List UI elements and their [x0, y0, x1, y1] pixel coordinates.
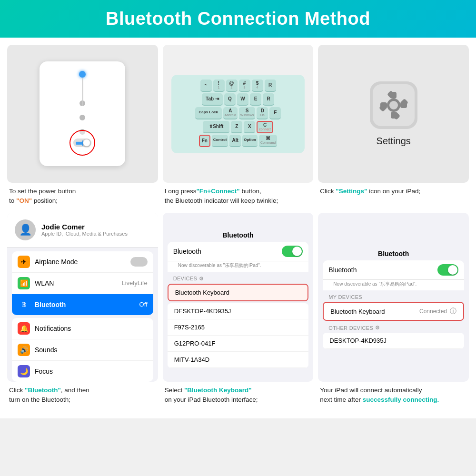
key-e: E: [250, 93, 261, 106]
bt-keyboard-device[interactable]: Bluetooth Keyboard: [169, 285, 308, 300]
key-r2: R: [263, 93, 274, 106]
top-image-row: ➡ ~ !1 @2 #3 $4 R: [7, 45, 469, 183]
key-capslock: Caps Lock: [195, 107, 222, 119]
bt-device-2[interactable]: F97S-2165: [168, 319, 309, 336]
key-d: DiOS: [257, 107, 268, 119]
ios-wlan-value: LivelyLife: [121, 279, 147, 287]
step3-desc: Click "Settings" icon on your iPad;: [318, 187, 469, 206]
power-switch: ➡: [73, 139, 91, 147]
step2-fn: "Fn+Connect": [196, 188, 239, 195]
ios-user-sub: Apple ID, iCloud, Media & Purchases: [41, 231, 128, 237]
notifications-icon: 🔔: [18, 322, 30, 335]
bottom-image-row: 👤 Jodie Comer Apple ID, iCloud, Media & …: [7, 213, 469, 382]
key-a: AAndroid: [223, 107, 238, 119]
bt-connected-other-1[interactable]: DESKTOP-4KD935J: [323, 333, 464, 349]
info-icon: ⓘ: [450, 307, 456, 316]
bt-device-4[interactable]: MITV-1A34D: [168, 352, 309, 368]
bt-connected-panel: Bluetooth Bluetooth Now discoverable as …: [318, 213, 469, 382]
bt-other-device-list: DESKTOP-4KD935J: [323, 333, 464, 349]
kb-row-2: Tab ⇥ Q W E R: [176, 93, 300, 106]
ios-more-items: 🔔 Notifications 🔊 Sounds 🌙 Focus: [12, 318, 153, 382]
bt-connected-toggle-label: Bluetooth: [328, 266, 437, 274]
step5-text1: Select: [165, 387, 184, 394]
bt-header-1: Bluetooth: [163, 227, 314, 242]
key-z: Z: [231, 121, 242, 133]
key-option: Option: [242, 135, 258, 147]
ios-wlan-item[interactable]: 📶 WLAN LivelyLife: [12, 273, 153, 294]
key-3: #3: [239, 79, 250, 92]
ios-airplane-label: Airplane Mode: [35, 258, 130, 266]
bt-connected-toggle-on[interactable]: [437, 264, 458, 276]
bt-connected-discoverable: Now discoverable as "乐享易购的iPad".: [323, 280, 464, 290]
key-alt: Alt: [229, 135, 241, 147]
ios-menu-group-1: ✈ Airplane Mode 📶 WLAN LivelyLife 𝔹 Blue…: [12, 251, 153, 315]
key-1: !1: [213, 79, 225, 92]
airplane-icon: ✈: [18, 256, 30, 268]
power-btn-area: ➡: [69, 130, 95, 156]
bt-device-3[interactable]: G12PRO-041F: [168, 336, 309, 352]
ios-airplane-item[interactable]: ✈ Airplane Mode: [12, 251, 153, 273]
power-btn-circle: ➡: [69, 130, 95, 156]
step1-on: "ON": [16, 197, 32, 204]
key-control: Control: [212, 135, 228, 147]
desc-row-2: Click "Bluetooth", and thenturn on the B…: [7, 386, 469, 405]
bt-discoverable: Now discoverable as "乐享易购的iPad".: [168, 261, 309, 272]
page-title: Bluetooth Connection Method: [10, 9, 466, 29]
page-header: Bluetooth Connection Method: [0, 0, 476, 38]
bt-keyboard-highlighted: Bluetooth Keyboard: [168, 284, 309, 301]
settings-label: Settings: [377, 136, 411, 147]
key-tilde: ~: [200, 79, 212, 92]
bt-header-2: Bluetooth: [318, 245, 469, 260]
step3-settings: "Settings": [336, 188, 367, 195]
keyboard-panel: ~ !1 @2 #3 $4 R Tab ⇥ Q W E R: [163, 45, 314, 183]
led-gray-2: [79, 115, 85, 120]
step1-text2: position;: [32, 197, 58, 204]
ios-sounds-item[interactable]: 🔊 Sounds: [12, 339, 153, 361]
step5-text2: on your iPad Bluetooth interface;: [165, 396, 258, 403]
desc-row-1: To set the power buttonto "ON" position;…: [7, 187, 469, 206]
settings-panel: Settings: [318, 45, 469, 183]
key-2: @2: [226, 79, 238, 92]
step1-desc: To set the power buttonto "ON" position;: [7, 187, 158, 206]
bt-my-devices-label: MY DEVICES: [318, 290, 469, 302]
key-4: $4: [252, 79, 263, 92]
step4-bluetooth: "Bluetooth": [25, 387, 61, 394]
keyboard-visual: ~ !1 @2 #3 $4 R Tab ⇥ Q W E R: [171, 75, 305, 153]
bt-toggle-row: Bluetooth: [168, 242, 309, 261]
led-line: [82, 78, 83, 106]
airplane-toggle[interactable]: [130, 257, 148, 267]
ios-focus-label: Focus: [35, 367, 148, 375]
bt-connected-toggle-row: Bluetooth: [323, 260, 464, 280]
step6-success: successfully connecting.: [363, 396, 439, 403]
key-s: SWindows: [239, 107, 255, 119]
key-w: W: [237, 93, 248, 106]
key-x: X: [244, 121, 255, 133]
key-fn: Fn: [199, 135, 210, 147]
step3-text2: icon on your iPad;: [367, 188, 420, 195]
settings-icon: [370, 81, 417, 129]
key-connect: C connect: [257, 121, 273, 133]
ios-profile: 👤 Jodie Comer Apple ID, iCloud, Media & …: [7, 213, 158, 248]
ios-focus-item[interactable]: 🌙 Focus: [12, 361, 153, 382]
focus-icon: 🌙: [18, 365, 30, 377]
kb-row-1: ~ !1 @2 #3 $4 R: [176, 79, 300, 92]
key-r: R: [265, 79, 276, 92]
bt-toggle-on[interactable]: [282, 246, 303, 257]
ios-bluetooth-label: Bluetooth: [35, 301, 139, 308]
ios-bluetooth-item[interactable]: 𝔹 Bluetooth Off: [12, 294, 153, 315]
step4-desc: Click "Bluetooth", and thenturn on the B…: [7, 386, 158, 405]
led-blue: [79, 71, 86, 78]
ios-settings-panel: 👤 Jodie Comer Apple ID, iCloud, Media & …: [7, 213, 158, 382]
step3-text1: Click: [320, 188, 336, 195]
ios-user-name: Jodie Comer: [41, 223, 128, 231]
step2-text1: Long press: [165, 188, 197, 195]
step2-desc: Long press"Fn+Connect" button,the Blueto…: [163, 187, 314, 206]
bt-connected-keyboard-label: Bluetooth Keyboard: [330, 308, 419, 315]
bt-device-1[interactable]: DESKTOP-4KD935J: [168, 303, 309, 319]
step5-keyboard: "Bluetooth Keyboard": [184, 387, 252, 394]
ios-wlan-label: WLAN: [35, 279, 121, 287]
ios-bluetooth-value: Off: [139, 301, 148, 308]
ios-notifications-item[interactable]: 🔔 Notifications: [12, 318, 153, 339]
bluetooth-icon: 𝔹: [18, 298, 30, 311]
main-content: ➡ ~ !1 @2 #3 $4 R: [0, 38, 476, 418]
